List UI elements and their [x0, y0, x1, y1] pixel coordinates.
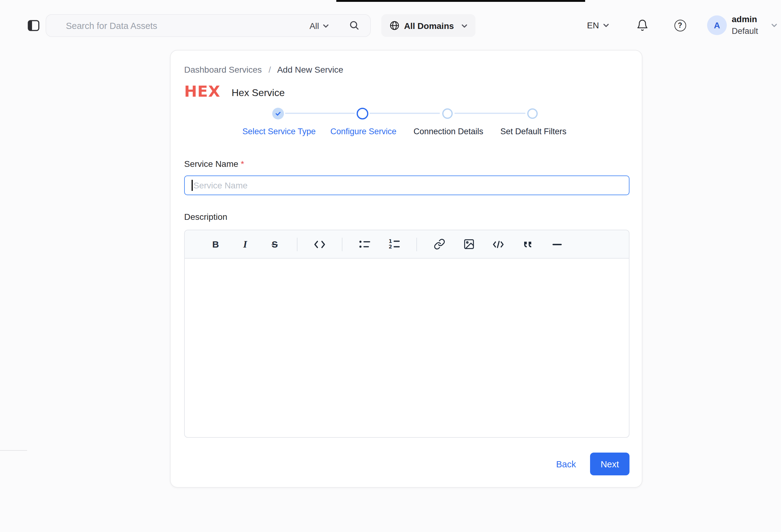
panel-left-icon: [28, 19, 39, 31]
globe-icon: [389, 20, 400, 31]
image-icon: [463, 238, 475, 250]
editor-toolbar: B I S 12: [185, 230, 629, 259]
service-name-label-text: Service Name: [184, 159, 238, 169]
text-caret: [192, 180, 193, 191]
strikethrough-icon: S: [272, 239, 278, 249]
language-label: EN: [587, 20, 599, 30]
link-button[interactable]: [424, 230, 454, 258]
code-block-icon: [492, 239, 504, 249]
step-label-set-default-filters: Set Default Filters: [500, 127, 567, 136]
next-button[interactable]: Next: [590, 453, 629, 475]
breadcrumb: Dashboard Services / Add New Service: [184, 64, 343, 75]
hex-service-logo: HEX: [184, 83, 220, 100]
link-icon: [433, 238, 445, 250]
search-button[interactable]: [348, 20, 360, 31]
step-circle-configure-service: [357, 108, 368, 120]
italic-button[interactable]: I: [230, 230, 260, 258]
search-scope-label: All: [310, 20, 319, 31]
italic-icon: I: [243, 238, 247, 250]
add-service-card: Dashboard Services / Add New Service HEX…: [170, 50, 643, 488]
service-title: Hex Service: [232, 87, 285, 98]
inline-code-button[interactable]: [305, 230, 334, 258]
user-menu-chevron-icon[interactable]: [771, 21, 778, 29]
numbered-list-icon: 12: [388, 239, 400, 249]
user-menu[interactable]: admin Default: [732, 13, 758, 37]
search-icon: [348, 20, 360, 31]
back-button[interactable]: Back: [549, 457, 583, 471]
inline-code-icon: [314, 239, 326, 249]
description-label: Description: [184, 212, 227, 222]
user-team: Default: [732, 25, 758, 37]
toolbar-divider: [342, 237, 342, 251]
bulleted-list-icon: [359, 239, 370, 249]
service-name-input[interactable]: [184, 175, 629, 195]
breadcrumb-current: Add New Service: [277, 64, 343, 75]
toolbar-divider: [416, 237, 417, 251]
bell-icon: [636, 19, 649, 32]
blockquote-icon: [522, 238, 533, 250]
toolbar-divider: [297, 237, 297, 251]
domains-label: All Domains: [404, 20, 454, 31]
blockquote-button[interactable]: [513, 230, 543, 258]
svg-text:1: 1: [388, 239, 392, 244]
step-circle-connection-details: [442, 108, 453, 119]
step-label-select-service-type: Select Service Type: [242, 127, 316, 136]
notifications-button[interactable]: [636, 19, 649, 32]
step-label-connection-details: Connection Details: [414, 127, 484, 136]
language-selector[interactable]: EN: [587, 0, 610, 50]
step-connector: [285, 113, 355, 114]
help-button[interactable]: ?: [674, 19, 686, 32]
strikethrough-button[interactable]: S: [260, 230, 289, 258]
domains-dropdown[interactable]: All Domains: [381, 14, 476, 37]
horizontal-rule-icon: [552, 243, 562, 246]
step-circle-set-default-filters: [527, 108, 538, 119]
step-circle-select-service-type: [272, 108, 284, 120]
bold-button[interactable]: B: [201, 230, 230, 258]
chevron-down-icon: [461, 22, 468, 29]
horizontal-rule-button[interactable]: [543, 230, 572, 258]
svg-text:2: 2: [388, 244, 392, 249]
step-label-configure-service: Configure Service: [330, 127, 397, 136]
breadcrumb-link-dashboard-services[interactable]: Dashboard Services: [184, 64, 262, 75]
required-asterisk: *: [241, 159, 244, 169]
top-navbar: All All Domains EN: [0, 0, 781, 50]
code-block-button[interactable]: [484, 230, 513, 258]
numbered-list-button[interactable]: 12: [379, 230, 409, 258]
chevron-down-icon: [322, 22, 330, 29]
step-connector: [370, 113, 440, 114]
avatar-initial: A: [714, 20, 720, 30]
image-button[interactable]: [454, 230, 484, 258]
step-connector: [455, 113, 525, 114]
description-editor: B I S 12: [184, 230, 629, 438]
service-name-label: Service Name*: [184, 159, 244, 169]
bold-icon: B: [212, 239, 219, 249]
sidebar-toggle-button[interactable]: [27, 19, 39, 32]
service-name-field: [184, 175, 629, 195]
bulleted-list-button[interactable]: [350, 230, 379, 258]
global-search-bar: All: [46, 14, 371, 37]
editor-content[interactable]: [185, 259, 629, 438]
user-name: admin: [732, 13, 758, 25]
check-icon: [275, 110, 282, 117]
chevron-down-icon: [603, 21, 610, 29]
help-icon: ?: [674, 19, 686, 31]
search-scope-dropdown[interactable]: All: [310, 15, 330, 36]
app-root: All All Domains EN: [0, 0, 781, 532]
user-avatar[interactable]: A: [707, 15, 727, 35]
breadcrumb-separator: /: [269, 64, 271, 75]
left-edge-divider: [0, 450, 27, 451]
